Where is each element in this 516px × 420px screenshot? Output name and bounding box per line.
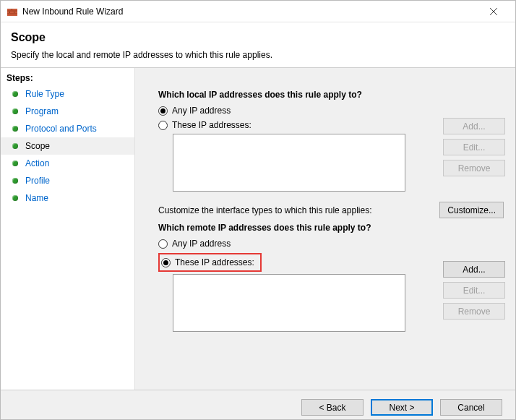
- main-panel: Which local IP addresses does this rule …: [135, 68, 515, 390]
- step-label: Program: [25, 106, 59, 116]
- svg-rect-2: [7, 12, 17, 13]
- local-add-button: Add...: [443, 118, 505, 134]
- local-remove-button: Remove: [443, 160, 505, 176]
- step-name[interactable]: Name: [1, 189, 134, 207]
- bullet-icon: [12, 126, 18, 132]
- remote-list-buttons: Add... Edit... Remove: [443, 261, 505, 320]
- close-icon: [490, 8, 497, 15]
- cancel-button[interactable]: Cancel: [440, 399, 502, 416]
- firewall-icon: [7, 6, 18, 17]
- customize-button[interactable]: Customize...: [439, 202, 504, 218]
- radio-label: These IP addresses:: [175, 257, 254, 267]
- local-section-title: Which local IP addresses does this rule …: [158, 90, 505, 100]
- wizard-body: Steps: Rule Type Program Protocol and Po…: [1, 68, 515, 390]
- local-edit-button: Edit...: [443, 139, 505, 155]
- window-title: New Inbound Rule Wizard: [22, 7, 478, 17]
- svg-rect-3: [7, 14, 17, 16]
- step-action[interactable]: Action: [1, 155, 134, 172]
- step-scope[interactable]: Scope: [1, 137, 134, 155]
- next-button[interactable]: Next >: [371, 399, 433, 416]
- radio-icon: [158, 121, 168, 130]
- remote-remove-button: Remove: [443, 303, 505, 320]
- step-label: Scope: [25, 141, 50, 151]
- remote-these-radio[interactable]: These IP addresses:: [161, 256, 254, 269]
- svg-rect-5: [9, 12, 10, 13]
- svg-rect-4: [12, 9, 12, 10]
- step-program[interactable]: Program: [1, 103, 134, 120]
- bullet-icon: [12, 195, 18, 201]
- bullet-icon: [12, 178, 18, 184]
- back-button[interactable]: < Back: [301, 399, 364, 416]
- wizard-header: Scope Specify the local and remote IP ad…: [1, 22, 515, 68]
- page-subtitle: Specify the local and remote IP addresse…: [11, 50, 505, 60]
- radio-icon: [158, 106, 168, 116]
- steps-sidebar: Steps: Rule Type Program Protocol and Po…: [1, 68, 135, 390]
- customize-text: Customize the interface types to which t…: [158, 205, 371, 215]
- step-label: Action: [25, 158, 49, 168]
- local-any-radio[interactable]: Any IP address: [158, 104, 505, 117]
- bullet-icon: [12, 108, 18, 114]
- title-bar: New Inbound Rule Wizard: [1, 1, 515, 22]
- bullet-icon: [12, 143, 18, 149]
- remote-add-button[interactable]: Add...: [443, 261, 505, 278]
- remote-ip-list[interactable]: [173, 274, 405, 332]
- svg-rect-6: [14, 12, 14, 13]
- step-protocol-ports[interactable]: Protocol and Ports: [1, 120, 134, 137]
- step-label: Protocol and Ports: [25, 124, 97, 134]
- remote-section-title: Which remote IP addresses does this rule…: [158, 223, 505, 233]
- step-label: Profile: [25, 176, 50, 186]
- radio-label: Any IP address: [172, 239, 231, 249]
- page-title: Scope: [11, 31, 505, 44]
- step-label: Rule Type: [25, 89, 64, 99]
- radio-icon: [158, 239, 168, 249]
- bullet-icon: [12, 91, 18, 97]
- local-ip-list[interactable]: [173, 134, 405, 192]
- radio-label: Any IP address: [172, 106, 231, 116]
- radio-label: These IP addresses:: [172, 120, 251, 130]
- remote-edit-button: Edit...: [443, 282, 505, 299]
- radio-icon: [161, 258, 171, 267]
- local-list-buttons: Add... Edit... Remove: [443, 118, 505, 176]
- close-button[interactable]: [478, 1, 509, 22]
- bullet-icon: [12, 160, 18, 166]
- remote-any-radio[interactable]: Any IP address: [158, 237, 505, 250]
- step-profile[interactable]: Profile: [1, 172, 134, 189]
- step-rule-type[interactable]: Rule Type: [1, 85, 134, 103]
- steps-heading: Steps:: [1, 71, 134, 85]
- wizard-footer: < Back Next > Cancel: [1, 390, 515, 420]
- customize-row: Customize the interface types to which t…: [158, 202, 505, 218]
- step-label: Name: [25, 193, 48, 203]
- highlight-annotation: These IP addresses:: [158, 253, 262, 272]
